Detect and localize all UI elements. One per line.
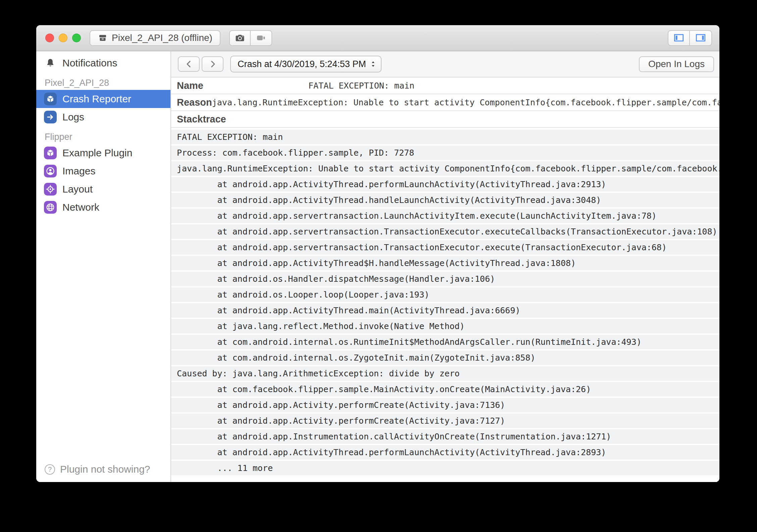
crash-selector-value: Crash at 4/30/2019, 5:24:53 PM	[238, 59, 366, 69]
chevron-left-icon	[184, 59, 194, 69]
stacktrace-line: at android.os.Handler.dispatchMessage(Ha…	[177, 274, 495, 284]
stacktrace-row: at java.lang.reflect.Method.invoke(Nativ…	[171, 319, 719, 333]
camera-icon	[234, 32, 246, 44]
screen-record-button[interactable]	[251, 30, 272, 46]
crash-name-label: Name	[177, 80, 203, 91]
stacktrace-row: at com.facebook.flipper.sample.MainActiv…	[171, 382, 719, 396]
stacktrace-line: at android.app.Activity.performCreate(Ac…	[177, 400, 505, 410]
chevron-right-icon	[208, 59, 218, 69]
stacktrace-row: at android.app.Activity.performCreate(Ac…	[171, 414, 719, 428]
panel-left-icon	[673, 32, 685, 44]
cube-icon	[44, 93, 57, 105]
sidebar-item-logs[interactable]: Logs	[36, 108, 170, 126]
sidebar: Notifications Pixel_2_API_28 Crash Repor…	[36, 51, 171, 482]
open-in-logs-label: Open In Logs	[648, 59, 705, 69]
crash-reason-row: Reason java.lang.RuntimeException: Unabl…	[171, 94, 719, 111]
stacktrace-line: Process: com.facebook.flipper.sample, PI…	[177, 148, 414, 158]
select-arrows-icon	[369, 60, 377, 68]
sidebar-item-crash-reporter[interactable]: Crash Reporter	[36, 90, 170, 108]
stacktrace-row: at android.os.Looper.loop(Looper.java:19…	[171, 287, 719, 302]
plugin-not-showing-label: Plugin not showing?	[60, 464, 150, 475]
stacktrace-line: at com.android.internal.os.ZygoteInit.ma…	[177, 353, 536, 363]
stacktrace-line: at android.app.Activity.performCreate(Ac…	[177, 416, 505, 426]
toggle-left-panel-button[interactable]	[668, 30, 690, 46]
bell-icon	[44, 57, 57, 69]
flipper-window: Pixel_2_API_28 (offline)	[36, 25, 719, 482]
crash-reporter-panel: Crash at 4/30/2019, 5:24:53 PM Open In L…	[171, 51, 719, 482]
stacktrace-row: at android.app.ActivityThread.performLau…	[171, 445, 719, 460]
sidebar-item-notifications[interactable]: Notifications	[36, 54, 170, 72]
arrow-right-icon	[44, 111, 57, 123]
stacktrace-line: FATAL EXCEPTION: main	[177, 132, 283, 142]
stacktrace-line: at android.os.Looper.loop(Looper.java:19…	[177, 290, 430, 300]
sidebar-item-label: Crash Reporter	[62, 93, 131, 105]
sidebar-spacer	[36, 216, 170, 457]
screenshot-button[interactable]	[229, 30, 251, 46]
next-crash-button[interactable]	[202, 56, 223, 72]
main-split: Notifications Pixel_2_API_28 Crash Repor…	[36, 51, 719, 482]
traffic-lights	[45, 34, 81, 42]
video-camera-icon	[255, 32, 267, 44]
stacktrace-line: at com.android.internal.os.RuntimeInit$M…	[177, 337, 642, 347]
stacktrace-row: at android.app.servertransaction.LaunchA…	[171, 209, 719, 223]
device-selector-label: Pixel_2_API_28 (offline)	[112, 33, 212, 43]
sidebar-item-images[interactable]: Images	[36, 162, 170, 180]
stacktrace-row: at android.app.Activity.performCreate(Ac…	[171, 398, 719, 412]
device-selector-button[interactable]: Pixel_2_API_28 (offline)	[90, 30, 220, 46]
stacktrace-line: at android.app.ActivityThread$H.handleMe…	[177, 258, 576, 268]
sidebar-sections: Pixel_2_API_28 Crash Reporter Logs Flipp…	[36, 72, 170, 216]
panel-right-icon	[695, 32, 706, 44]
stacktrace-line: at android.app.servertransaction.LaunchA…	[177, 211, 657, 221]
stacktrace-row: Caused by: java.lang.ArithmeticException…	[171, 366, 719, 381]
archive-box-icon	[98, 33, 108, 43]
stacktrace-row: at com.android.internal.os.ZygoteInit.ma…	[171, 351, 719, 365]
crash-stacktrace-label: Stacktrace	[177, 114, 226, 125]
sidebar-item-label: Logs	[62, 111, 84, 123]
stacktrace-line: at android.app.servertransaction.Transac…	[177, 243, 667, 252]
toggle-right-panel-button[interactable]	[690, 30, 712, 46]
help-circle-icon: ?	[45, 464, 55, 475]
sidebar-item-network[interactable]: Network	[36, 198, 170, 216]
stacktrace-row: at android.app.ActivityThread.handleLaun…	[171, 193, 719, 207]
crash-selector[interactable]: Crash at 4/30/2019, 5:24:53 PM	[230, 56, 382, 72]
crash-stacktrace-header-row: Stacktrace	[171, 111, 719, 128]
sidebar-item-layout[interactable]: Layout	[36, 180, 170, 198]
stacktrace-row: Process: com.facebook.flipper.sample, PI…	[171, 146, 719, 160]
sidebar-section: Pixel_2_API_28 Crash Reporter Logs	[36, 78, 170, 126]
sidebar-item-label: Network	[62, 202, 99, 213]
previous-crash-button[interactable]	[178, 56, 200, 72]
stacktrace-line: at android.app.ActivityThread.performLau…	[177, 447, 606, 457]
sidebar-item-label: Layout	[62, 183, 93, 195]
plugin-not-showing-link[interactable]: ? Plugin not showing?	[36, 457, 170, 482]
sidebar-item-label: Images	[62, 165, 95, 177]
target-icon	[44, 183, 57, 196]
user-icon	[44, 165, 57, 177]
crash-name-value: FATAL EXCEPTION: main	[308, 81, 414, 91]
stacktrace-line: at android.app.ActivityThread.handleLaun…	[177, 195, 601, 205]
titlebar: Pixel_2_API_28 (offline)	[36, 25, 719, 51]
stacktrace-row: at com.android.internal.os.RuntimeInit$M…	[171, 335, 719, 349]
crash-name-row: Name FATAL EXCEPTION: main	[171, 77, 719, 94]
stacktrace-row: at android.app.ActivityThread.performLau…	[171, 177, 719, 192]
stacktrace-row: at android.app.servertransaction.Transac…	[171, 240, 719, 255]
minimize-window-button[interactable]	[59, 34, 67, 42]
stacktrace-line: Caused by: java.lang.ArithmeticException…	[177, 369, 460, 378]
stacktrace-line: at java.lang.reflect.Method.invoke(Nativ…	[177, 321, 465, 331]
stacktrace-line: at com.facebook.flipper.sample.MainActiv…	[177, 384, 591, 394]
close-window-button[interactable]	[45, 34, 54, 42]
zoom-window-button[interactable]	[72, 34, 81, 42]
open-in-logs-button[interactable]: Open In Logs	[639, 56, 714, 72]
stacktrace-line: java.lang.RuntimeException: Unable to st…	[177, 164, 719, 173]
sidebar-item-label: Example Plugin	[62, 147, 132, 159]
stacktrace-line: at android.app.servertransaction.Transac…	[177, 227, 717, 236]
stacktrace-line: ... 11 more	[177, 463, 273, 473]
stacktrace-row: at android.app.servertransaction.Transac…	[171, 224, 719, 239]
stacktrace-line: at android.app.ActivityThread.main(Activ…	[177, 306, 520, 315]
stacktrace-row: at android.app.ActivityThread.main(Activ…	[171, 303, 719, 318]
sidebar-item-example-plugin[interactable]: Example Plugin	[36, 144, 170, 162]
sidebar-item-label: Notifications	[62, 57, 117, 69]
stacktrace-row: at android.os.Handler.dispatchMessage(Ha…	[171, 272, 719, 286]
sidebar-section: Flipper Example Plugin Images Layout Net…	[36, 132, 170, 216]
stacktrace-row: at android.app.ActivityThread$H.handleMe…	[171, 256, 719, 270]
stacktrace-row: at android.app.Instrumentation.callActiv…	[171, 429, 719, 444]
